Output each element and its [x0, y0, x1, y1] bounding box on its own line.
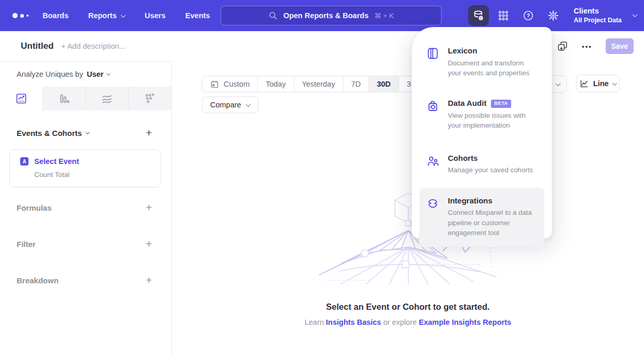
main-nav: Boards Reports Users Events: [43, 0, 210, 31]
project-selector[interactable]: Clients All Project Data: [574, 6, 622, 24]
breakdown-label: Breakdown: [17, 276, 59, 285]
date-range-7d[interactable]: 7D: [344, 76, 369, 92]
search-placeholder: Open Reports & Boards: [283, 11, 368, 20]
date-range-custom[interactable]: Custom: [202, 76, 258, 92]
formulas-label: Formulas: [17, 203, 52, 212]
nav-events[interactable]: Events: [185, 11, 210, 20]
calendar-icon: [210, 80, 219, 89]
more-options-button[interactable]: •••: [582, 43, 592, 50]
date-range-yesterday[interactable]: Yesterday: [294, 76, 344, 92]
line-chart-icon: [579, 79, 589, 89]
menu-item-description: Connect Mixpanel to a data pipeline or c…: [448, 208, 537, 238]
duplicate-button[interactable]: [557, 40, 568, 52]
menu-item-cohorts[interactable]: Cohorts Manage your saved cohorts: [412, 147, 552, 182]
cohorts-icon: [427, 154, 439, 175]
events-cohorts-label[interactable]: Events & Cohorts: [17, 129, 82, 138]
report-title[interactable]: Untitled: [21, 41, 53, 51]
chevron-down-icon: [86, 130, 90, 134]
settings-button[interactable]: [543, 5, 564, 26]
database-gear-icon: [472, 9, 485, 22]
count-total-dropdown[interactable]: Count Total: [34, 171, 152, 178]
compare-dropdown[interactable]: Compare: [202, 97, 258, 113]
nav-reports[interactable]: Reports: [88, 11, 125, 20]
chart-style-dropdown[interactable]: Line: [576, 75, 620, 92]
query-builder-sidebar: Analyze Uniques by User: [0, 61, 172, 357]
date-range-30d[interactable]: 30D: [369, 76, 399, 92]
add-breakdown-button[interactable]: +: [146, 274, 152, 286]
add-formula-button[interactable]: +: [146, 201, 152, 214]
nav-users[interactable]: Users: [145, 11, 166, 20]
menu-item-description: Manage your saved cohorts: [448, 165, 533, 175]
chevron-down-icon: [120, 12, 126, 18]
menu-item-integrations[interactable]: Integrations Connect Mixpanel to a data …: [419, 188, 544, 248]
chevron-down-icon: [556, 81, 561, 86]
bar-chart-tab-icon: [58, 92, 71, 105]
add-event-button[interactable]: +: [146, 127, 152, 139]
tab-bar-chart[interactable]: [43, 87, 86, 111]
tab-stacked-chart[interactable]: [86, 87, 129, 111]
duplicate-icon: [557, 40, 568, 52]
example-reports-link[interactable]: Example Insights Reports: [419, 318, 511, 326]
menu-item-title: Data AuditBETA: [448, 99, 537, 108]
chevron-down-icon: [245, 102, 251, 107]
help-icon: ?: [522, 9, 535, 22]
report-canvas: Custom Today Yesterday 7D 30D 3M 6M Comp…: [172, 61, 644, 357]
insights-basics-link[interactable]: Insights Basics: [326, 318, 381, 326]
select-event-card[interactable]: A Select Event Count Total: [9, 149, 161, 187]
help-button[interactable]: ?: [518, 5, 539, 26]
chevron-down-icon: [612, 80, 617, 86]
data-management-menu: Lexicon Document and transform your even…: [412, 27, 552, 239]
nav-boards[interactable]: Boards: [43, 11, 68, 20]
mixpanel-logo[interactable]: [12, 0, 29, 31]
add-filter-button[interactable]: +: [146, 238, 152, 250]
analyze-by-dropdown[interactable]: User: [87, 70, 110, 78]
search-input[interactable]: Open Reports & Boards ⌘ + K: [221, 6, 442, 25]
nav-right-cluster: ? Clients All Project Data: [468, 0, 637, 31]
search-shortcut: ⌘ + K: [374, 11, 394, 20]
stacked-chart-tab-icon: [101, 92, 113, 105]
menu-item-description: Document and transform your events and p…: [448, 58, 537, 78]
lexicon-icon: [427, 46, 439, 78]
project-name: Clients: [574, 6, 622, 16]
date-range-today[interactable]: Today: [258, 76, 294, 92]
data-audit-icon: [427, 99, 439, 130]
project-scope: All Project Data: [574, 16, 622, 24]
gear-icon: [547, 9, 559, 22]
menu-item-title: Cohorts: [448, 154, 533, 163]
chevron-down-icon: [633, 12, 638, 17]
analyze-label: Analyze Uniques by: [17, 70, 83, 78]
search-icon: [268, 11, 278, 20]
add-description[interactable]: + Add description...: [61, 42, 126, 50]
apps-grid-button[interactable]: [493, 5, 514, 26]
integrations-icon: [427, 196, 439, 238]
data-management-button[interactable]: [468, 5, 489, 26]
menu-item-lexicon[interactable]: Lexicon Document and transform your even…: [412, 40, 552, 84]
tab-line-chart[interactable]: [0, 87, 43, 111]
beta-badge: BETA: [491, 100, 511, 108]
filter-label: Filter: [17, 240, 36, 249]
scatter-chart-tab-icon: [144, 92, 156, 105]
tab-scatter-chart[interactable]: [129, 87, 171, 111]
save-button[interactable]: Save: [606, 38, 634, 54]
menu-item-data-audit[interactable]: Data AuditBETA View possible issues with…: [412, 92, 552, 136]
menu-item-title: Integrations: [448, 196, 537, 206]
menu-item-description: View possible issues with your implement…: [448, 111, 537, 131]
empty-state-links: Learn Insights Basics or explore Example…: [172, 318, 644, 326]
select-event-label[interactable]: Select Event: [34, 157, 79, 166]
event-badge: A: [20, 157, 29, 166]
menu-item-title: Lexicon: [448, 46, 537, 56]
top-nav: Boards Reports Users Events Open Reports…: [0, 0, 644, 31]
chart-type-tabs: [0, 87, 171, 111]
line-chart-tab-icon: [15, 92, 28, 105]
grid-icon: [497, 9, 510, 22]
empty-state-heading: Select an Event or Cohort to get started…: [172, 302, 644, 312]
chevron-down-icon: [106, 71, 111, 75]
svg-text:?: ?: [526, 12, 530, 19]
